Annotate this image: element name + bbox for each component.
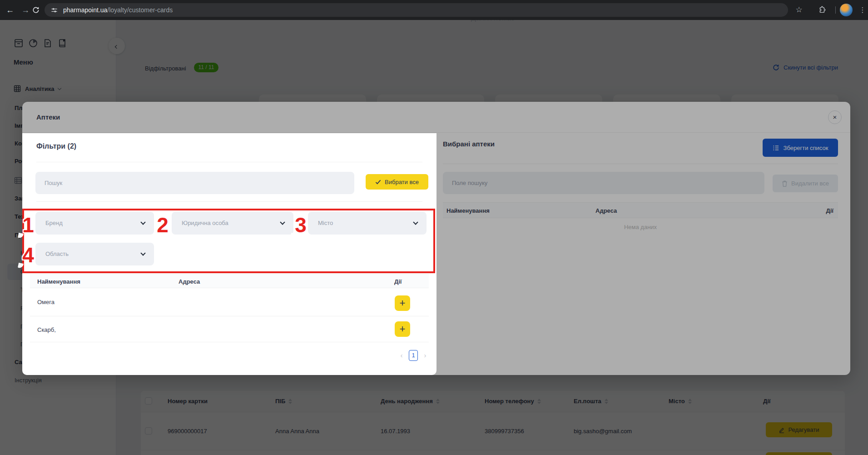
annotation-badge-3: 3	[293, 215, 309, 235]
plus-icon: +	[400, 323, 406, 335]
forward-button[interactable]: →	[18, 0, 33, 20]
annotation-badge-4: 4	[20, 245, 36, 265]
screen: Даних немає Відфільтровані 11 / 11 Скину…	[0, 0, 868, 455]
plus-icon: +	[400, 297, 406, 309]
pharmacy-name: Омега	[37, 299, 55, 305]
pagination-page-1[interactable]: 1	[409, 350, 418, 361]
bookmark-star-icon[interactable]: ☆	[793, 0, 805, 20]
extensions-icon[interactable]	[818, 6, 826, 14]
browser-chrome: ← → pharmapoint.ua/loyalty/customer-card…	[0, 0, 868, 20]
divider	[36, 162, 422, 162]
pharmacies-table-header: Найменування Адреса Дії	[30, 274, 429, 288]
url-text: pharmapoint.ua/loyalty/customer-cards	[63, 6, 173, 14]
col-name: Найменування	[37, 278, 80, 285]
add-pharmacy-button[interactable]: +	[395, 295, 410, 311]
divider	[835, 6, 836, 14]
row-divider	[30, 316, 429, 316]
add-pharmacy-button[interactable]: +	[395, 321, 410, 337]
filters-title: Фільтри (2)	[36, 142, 76, 150]
url-bar[interactable]: pharmapoint.ua/loyalty/customer-cards	[45, 3, 788, 17]
back-button[interactable]: ←	[3, 0, 17, 20]
menu-kebab-icon[interactable]: ⋮	[858, 0, 867, 20]
annotation-rectangle	[22, 209, 435, 273]
url-path: /loyalty/customer-cards	[107, 6, 173, 14]
url-domain: pharmapoint.ua	[63, 6, 107, 14]
search-input[interactable]	[35, 172, 354, 194]
divider	[36, 201, 422, 202]
check-icon	[375, 180, 381, 185]
col-address: Адреса	[179, 278, 200, 285]
pagination-next[interactable]: ›	[422, 350, 428, 361]
select-all-button[interactable]: Вибрати все	[366, 174, 428, 190]
reload-button[interactable]	[32, 6, 40, 14]
site-settings-icon[interactable]	[51, 7, 58, 14]
profile-avatar[interactable]	[840, 4, 853, 16]
col-actions: Дії	[394, 278, 402, 285]
pharmacy-name: Скарб,	[37, 326, 56, 333]
row-divider	[30, 342, 429, 342]
annotation-badge-2: 2	[154, 215, 171, 235]
pagination-prev[interactable]: ‹	[398, 350, 405, 361]
annotation-badge-1: 1	[20, 215, 36, 235]
